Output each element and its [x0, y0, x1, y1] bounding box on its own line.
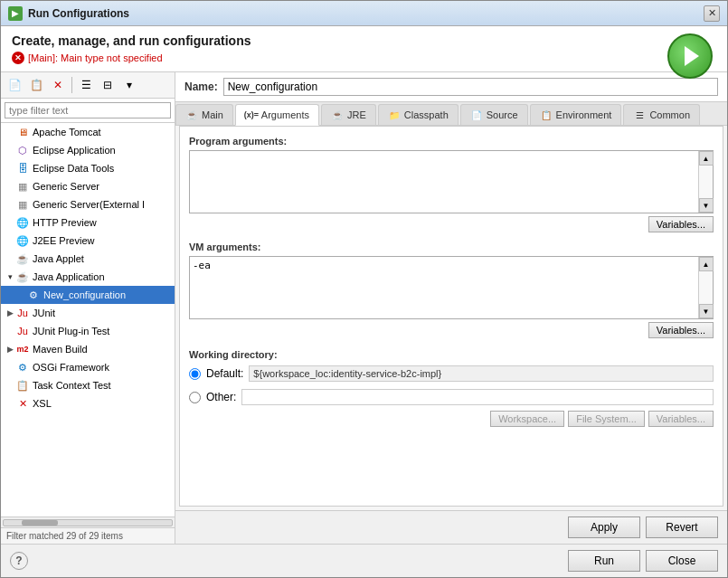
- revert-button[interactable]: Revert: [646, 516, 718, 538]
- other-dir-field[interactable]: [241, 389, 714, 405]
- program-args-label: Program arguments:: [189, 136, 714, 147]
- header-title: Create, manage, and run configurations: [12, 33, 716, 48]
- collapse-button[interactable]: ⊟: [98, 75, 118, 95]
- tab-arguments[interactable]: (x)= Arguments: [235, 104, 319, 126]
- expand-icon: [5, 199, 15, 210]
- maven-icon: m2: [15, 342, 30, 356]
- tab-label: Source: [487, 109, 518, 120]
- duplicate-button[interactable]: 📋: [26, 75, 46, 95]
- run-button[interactable]: [667, 33, 713, 79]
- workspace-button[interactable]: Workspace...: [490, 411, 564, 427]
- item-label: HTTP Preview: [33, 217, 97, 228]
- close-button[interactable]: ✕: [704, 5, 720, 22]
- tab-source[interactable]: 📄 Source: [460, 104, 528, 125]
- dir-variables-button[interactable]: Variables...: [648, 411, 714, 427]
- program-variables-button[interactable]: Variables...: [648, 216, 714, 232]
- sidebar-item-eclipse-data-tools[interactable]: 🗄 Eclipse Data Tools: [1, 159, 175, 177]
- name-input[interactable]: [223, 78, 718, 96]
- delete-button[interactable]: ✕: [48, 75, 68, 95]
- vm-args-textarea[interactable]: -ea: [190, 257, 698, 318]
- default-radio[interactable]: [189, 368, 201, 380]
- tab-main[interactable]: ☕ Main: [175, 104, 233, 125]
- program-args-area: ▲ ▼: [189, 150, 714, 213]
- main-panel: Name: ☕ Main (x)= Arguments ☕ JRE 📁: [175, 72, 727, 544]
- scroll-up-arrow[interactable]: ▲: [699, 257, 714, 271]
- expand-icon: [5, 362, 15, 373]
- sidebar-tree: 🖥 Apache Tomcat ⬡ Eclipse Application 🗄 …: [1, 123, 175, 516]
- v-scrollbar[interactable]: ▲ ▼: [698, 151, 713, 213]
- sidebar-item-j2ee-preview[interactable]: 🌐 J2EE Preview: [1, 232, 175, 250]
- osgi-icon: ⚙: [15, 360, 30, 374]
- java-applet-icon: ☕: [15, 251, 30, 266]
- default-dir-field[interactable]: [249, 365, 714, 382]
- item-label: Java Application: [33, 271, 105, 282]
- tab-label: Common: [649, 109, 690, 120]
- sidebar-horizontal-scrollbar[interactable]: [1, 516, 175, 527]
- sidebar-item-maven-build[interactable]: ▶ m2 Maven Build: [1, 340, 175, 358]
- sidebar-item-eclipse-application[interactable]: ⬡ Eclipse Application: [1, 141, 175, 159]
- vm-variables-button[interactable]: Variables...: [648, 322, 714, 338]
- sidebar-item-http-preview[interactable]: 🌐 HTTP Preview: [1, 213, 175, 232]
- expand-icon: ▶: [5, 308, 15, 318]
- item-label: Eclipse Data Tools: [33, 163, 114, 174]
- tab-label: Arguments: [261, 109, 309, 120]
- tab-common[interactable]: ☰ Common: [623, 104, 700, 125]
- close-button[interactable]: Close: [646, 550, 718, 572]
- view-menu-button[interactable]: ▾: [119, 75, 139, 95]
- java-app-icon: ☕: [15, 270, 30, 284]
- run-launch-button[interactable]: Run: [568, 550, 640, 572]
- tab-jre[interactable]: ☕ JRE: [321, 104, 376, 125]
- sidebar-item-generic-server-ext[interactable]: ▦ Generic Server(External I: [1, 195, 175, 213]
- sidebar-item-junit-plugin[interactable]: Ju JUnit Plug-in Test: [1, 322, 175, 340]
- vm-args-wrapper: ▲ ▼ -ea Variables...: [189, 256, 714, 344]
- tab-classpath[interactable]: 📁 Classpath: [378, 104, 459, 125]
- header-error: ✕ [Main]: Main type not specified: [12, 52, 716, 64]
- arguments-content: Program arguments: ▲ ▼ Variables...: [179, 126, 723, 507]
- task-icon: 📋: [15, 378, 30, 393]
- other-radio[interactable]: [189, 392, 201, 403]
- filter-button[interactable]: ☰: [76, 75, 96, 95]
- dir-buttons: Workspace... File System... Variables...: [189, 411, 714, 427]
- config-icon: ⚙: [26, 288, 41, 302]
- environment-tab-icon: 📋: [540, 109, 553, 121]
- bottom-bar: Apply Revert: [175, 510, 727, 544]
- item-label: Generic Server: [33, 181, 99, 192]
- default-label: Default:: [206, 367, 243, 380]
- sidebar-item-task-context-test[interactable]: 📋 Task Context Test: [1, 376, 175, 394]
- eclipse-icon: ⬡: [15, 143, 30, 157]
- xsl-icon: ✕: [15, 396, 30, 411]
- http-icon: 🌐: [15, 215, 30, 230]
- sidebar-item-xsl[interactable]: ✕ XSL: [1, 394, 175, 412]
- expand-icon: [5, 398, 15, 409]
- program-args-wrapper: ▲ ▼ Variables...: [189, 150, 714, 238]
- working-dir-section: Working directory: Default: Other: Works…: [189, 349, 714, 427]
- common-tab-icon: ☰: [633, 109, 646, 121]
- sidebar-item-new-configuration[interactable]: ⚙ New_configuration: [1, 286, 175, 304]
- sidebar-item-apache-tomcat[interactable]: 🖥 Apache Tomcat: [1, 123, 175, 141]
- new-config-button[interactable]: 📄: [5, 75, 24, 95]
- program-args-textarea[interactable]: [190, 151, 698, 213]
- sidebar-item-java-applet[interactable]: ☕ Java Applet: [1, 250, 175, 268]
- server-ext-icon: ▦: [15, 197, 30, 212]
- scroll-down-arrow[interactable]: ▼: [699, 304, 714, 318]
- tab-environment[interactable]: 📋 Environment: [530, 104, 622, 125]
- expand-icon: ▶: [5, 344, 15, 355]
- sidebar-item-java-application[interactable]: ▾ ☕ Java Application: [1, 268, 175, 286]
- item-label: Apache Tomcat: [33, 127, 101, 137]
- vm-v-scrollbar[interactable]: ▲ ▼: [698, 257, 713, 318]
- vm-args-label: VM arguments:: [189, 242, 714, 252]
- scroll-down-arrow[interactable]: ▼: [699, 198, 714, 213]
- help-button[interactable]: ?: [10, 552, 28, 570]
- scroll-track: [3, 519, 173, 526]
- filter-input[interactable]: [5, 102, 171, 118]
- apply-button[interactable]: Apply: [568, 516, 640, 538]
- name-row: Name:: [175, 72, 727, 102]
- sidebar-item-osgi-framework[interactable]: ⚙ OSGi Framework: [1, 358, 175, 376]
- sidebar-item-generic-server[interactable]: ▦ Generic Server: [1, 177, 175, 195]
- footer-bar: ? Run Close: [1, 544, 727, 577]
- item-label: Task Context Test: [33, 380, 111, 391]
- sidebar-item-junit[interactable]: ▶ Ju JUnit: [1, 304, 175, 322]
- scroll-up-arrow[interactable]: ▲: [699, 151, 714, 166]
- toolbar-separator: [71, 77, 72, 93]
- filesystem-button[interactable]: File System...: [568, 411, 645, 427]
